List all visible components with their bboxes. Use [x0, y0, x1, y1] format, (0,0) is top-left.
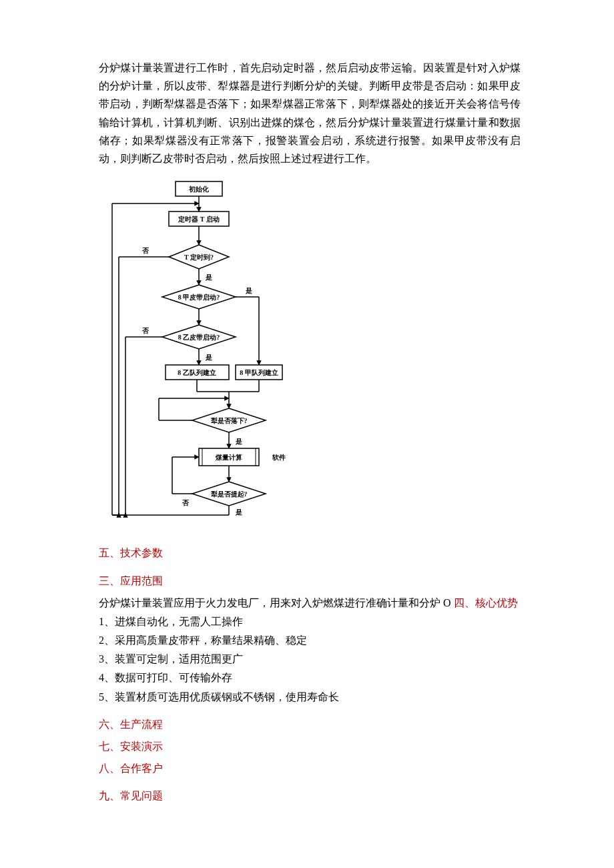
fc-plow-up: 犁是否提起?: [210, 490, 248, 498]
fc-belt-yi: 8 乙皮带启动?: [178, 334, 220, 341]
fc-no-1: 否: [141, 247, 149, 254]
section-6-heading: 六、生产流程: [99, 715, 521, 733]
fc-flow-label: 软件流程图: [272, 454, 286, 461]
intro-paragraph: 分炉煤计量装置进行工作时，首先启动定时器，然后启动皮带运输。因装置是针对入炉煤的…: [99, 59, 521, 167]
section-3-body: 分炉煤计量装置应用于火力发电厂，用来对入炉燃煤进行准确计量和分炉 O: [99, 597, 454, 608]
section-9-heading: 九、常见问题: [99, 787, 521, 805]
document-page: 分炉煤计量装置进行工作时，首先启动定时器，然后启动皮带运输。因装置是针对入炉煤的…: [0, 0, 614, 868]
section-3-heading: 三、应用范围: [99, 572, 521, 590]
fc-yes-1: 是: [205, 274, 212, 281]
advantage-2: 2、采用高质量皮带秤，称量结果精确、稳定: [99, 631, 521, 649]
advantage-5: 5、装置材质可选用优质碳钢或不锈钢，使用寿命长: [99, 688, 521, 706]
fc-yes-2: 是: [245, 287, 252, 294]
section-7-heading: 七、安装演示: [99, 737, 521, 755]
fc-yes-5: 是: [235, 508, 242, 516]
advantage-1: 1、进煤自动化，无需人工操作: [99, 612, 521, 630]
fc-queue-jia: 8 甲队列建立: [240, 369, 278, 376]
fc-yes-4: 是: [235, 438, 242, 445]
flowchart-svg: 初始化 定时器 T 启动 T 定时到? 否 是 8 甲皮带启动? 是: [99, 178, 286, 525]
fc-t-timed: T 定时到?: [184, 254, 214, 261]
fc-plow-down: 犁是否落下?: [210, 417, 248, 424]
flowchart-figure: 初始化 定时器 T 启动 T 定时到? 否 是 8 甲皮带启动? 是: [99, 178, 521, 530]
fc-init: 初始化: [188, 185, 210, 193]
fc-no-3: 否: [182, 499, 190, 506]
section-8-heading: 八、合作客户: [99, 759, 521, 777]
fc-timer-start: 定时器 T 启动: [178, 215, 220, 223]
advantage-4: 4、数据可打印、可传输外存: [99, 669, 521, 687]
advantage-3: 3、装置可定制，适用范围更广: [99, 650, 521, 668]
fc-belt-jia: 8 甲皮带启动?: [178, 294, 220, 301]
fc-no-2: 否: [141, 327, 149, 334]
fc-yes-3: 是: [205, 354, 212, 361]
section-3-text: 分炉煤计量装置应用于火力发电厂，用来对入炉燃煤进行准确计量和分炉 O 四、核心优…: [99, 594, 521, 612]
section-4-heading-inline: 四、核心优势: [454, 597, 518, 608]
fc-coal-calc: 煤量计算: [215, 454, 242, 461]
fc-queue-yi: 8 乙队列建立: [178, 369, 216, 376]
section-5-heading: 五、技术参数: [99, 544, 521, 562]
